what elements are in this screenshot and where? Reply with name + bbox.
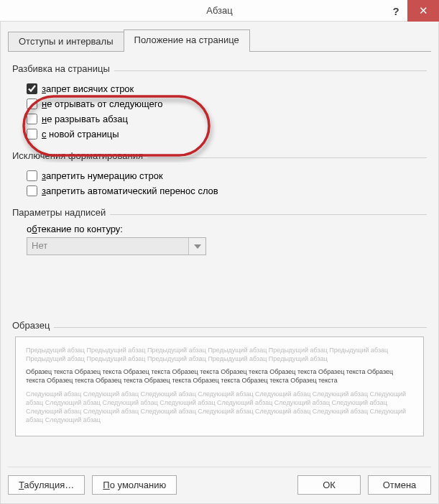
- checkbox-suppress-line-numbers-input[interactable]: [27, 170, 37, 181]
- button-row: Табуляция… По умолчанию ОК Отмена: [8, 475, 431, 495]
- checkbox-suppress-line-numbers[interactable]: запретить нумерацию строк: [27, 168, 427, 183]
- checkbox-page-break-before-input[interactable]: [27, 129, 37, 139]
- checkbox-page-break-before[interactable]: с новой страницы: [27, 127, 162, 142]
- divider: [8, 467, 431, 467]
- wrap-select: Нет: [27, 237, 206, 255]
- preview-next: Следующий абзац Следующий абзац Следующи…: [26, 390, 413, 425]
- dialog-body: Отступы и интервалы Положение на страниц…: [0, 22, 439, 504]
- group-format-exceptions-title: Исключения форматирования: [12, 150, 143, 162]
- checkbox-keep-lines-together[interactable]: не разрывать абзац: [27, 111, 162, 127]
- group-sample-title: Образец: [12, 320, 50, 332]
- group-pagination: Разбивка на страницы запрет висячих стро…: [12, 63, 427, 142]
- window-controls: ? ✕: [384, 0, 439, 22]
- close-button[interactable]: ✕: [407, 0, 439, 22]
- checkbox-widow-orphan[interactable]: запрет висячих строк: [27, 81, 427, 96]
- checkbox-suppress-hyphenation[interactable]: запретить автоматический перенос слов: [27, 183, 427, 198]
- tab-indent-spacing[interactable]: Отступы и интервалы: [8, 32, 124, 52]
- ok-button[interactable]: ОК: [297, 475, 361, 495]
- default-button[interactable]: По умолчанию: [92, 475, 177, 495]
- group-sample: Образец Предыдущий абзац Предыдущий абза…: [12, 320, 427, 436]
- tabstrip: Отступы и интервалы Положение на страниц…: [8, 29, 431, 52]
- cancel-button[interactable]: Отмена: [368, 475, 431, 495]
- tab-page-position[interactable]: Положение на странице: [124, 29, 250, 52]
- highlight-oval: не отрывать от следующего не разрывать а…: [27, 96, 162, 142]
- preview-body: Образец текста Образец текста Образец те…: [26, 367, 413, 385]
- group-caption-params: Параметры надписей обтекание по контуру:…: [12, 207, 427, 255]
- group-caption-params-title: Параметры надписей: [12, 207, 106, 219]
- svg-marker-1: [194, 244, 201, 249]
- wrap-label: обтекание по контуру:: [27, 224, 427, 237]
- group-format-exceptions: Исключения форматирования запретить нуме…: [12, 150, 427, 198]
- checkbox-keep-with-next[interactable]: не отрывать от следующего: [27, 96, 162, 111]
- checkbox-widow-orphan-input[interactable]: [27, 83, 37, 94]
- checkbox-keep-with-next-input[interactable]: [27, 98, 37, 109]
- titlebar: Абзац ? ✕: [0, 0, 439, 22]
- close-icon: ✕: [419, 4, 428, 17]
- preview-prev: Предыдущий абзац Предыдущий абзац Предыд…: [26, 346, 413, 363]
- chevron-down-icon: [194, 244, 201, 249]
- group-pagination-title: Разбивка на страницы: [12, 63, 110, 75]
- window-title: Абзац: [206, 5, 232, 16]
- tabstrip-fill: [249, 32, 431, 52]
- help-button[interactable]: ?: [384, 0, 407, 22]
- wrap-select-value: Нет: [27, 238, 188, 255]
- preview-box: Предыдущий абзац Предыдущий абзац Предыд…: [15, 336, 424, 436]
- tabs-button[interactable]: Табуляция…: [8, 475, 85, 495]
- wrap-select-button: [188, 238, 205, 255]
- tab-content: Разбивка на страницы запрет висячих стро…: [8, 52, 431, 436]
- checkbox-suppress-hyphenation-input[interactable]: [27, 185, 37, 196]
- checkbox-keep-lines-together-input[interactable]: [27, 114, 37, 124]
